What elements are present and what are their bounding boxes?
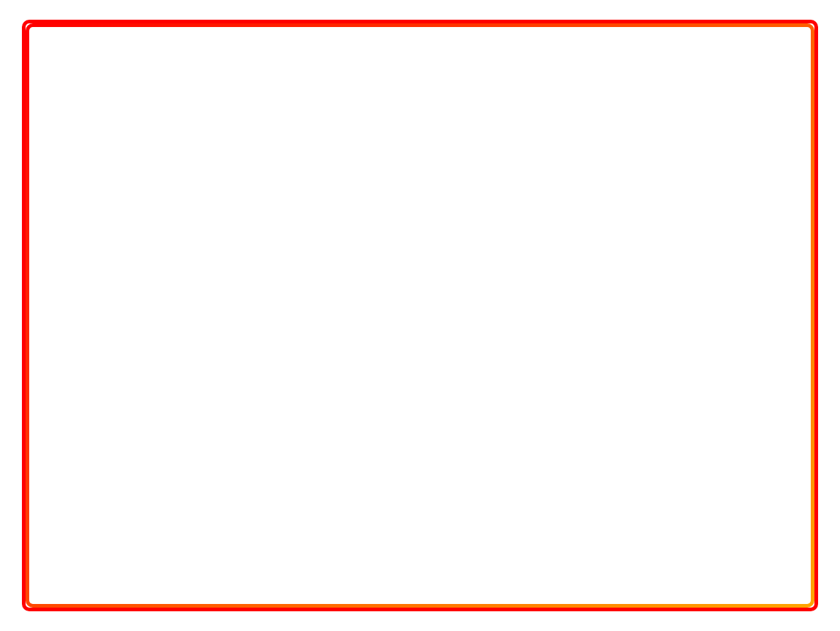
code-block: if a>0 and a<10 or a==100: print(a)	[169, 227, 510, 311]
priority-item-1: 1) отношения (<, >, <=, >=, ==, !=)	[150, 359, 778, 392]
example-row: Пример: if a>0 and a<10 or a==100: print…	[62, 227, 778, 311]
keyword-line-and: and - «и»	[62, 110, 778, 145]
keyword-not-desc: - «не»	[408, 183, 472, 207]
example-label: Пример:	[62, 257, 148, 280]
priority-item-3: 3) and	[150, 425, 778, 459]
prio-or-kw: or	[172, 463, 191, 485]
code-a3: a==100:	[408, 242, 488, 264]
keyword-not: not	[368, 183, 402, 207]
prio-text-1: отношения (<, >, <=, >=, ==, !=)	[172, 364, 453, 386]
keyword-and-desc: - «и»	[417, 115, 468, 139]
priority-title: Приоритет:	[150, 332, 778, 354]
code-line1: if a>0 and a<10 or a==100:	[191, 242, 488, 264]
code-args: (a)	[278, 272, 312, 294]
prio-num-3: 3)	[150, 430, 172, 452]
prio-num-2: 2)	[150, 397, 172, 418]
prio-num-4: 4)	[150, 463, 172, 485]
prio-not-kw: not	[172, 397, 201, 418]
code-print: print	[221, 272, 278, 294]
keyword-line-or: or - «или»	[62, 145, 778, 179]
page-title: Сложные условия	[62, 73, 778, 104]
code-a2: a<10	[317, 242, 374, 264]
keyword-or-desc: - «или»	[394, 149, 473, 173]
priority-block: Приоритет: 1) отношения (<, >, <=, >=, =…	[150, 332, 778, 492]
priority-item-4: 4) or	[150, 458, 778, 492]
code-and-kw: and	[271, 242, 316, 264]
code-line2: print(a)	[191, 269, 488, 299]
prio-num-1: 1)	[150, 364, 172, 386]
notebook-label: Запись в тетрадь!	[62, 45, 778, 64]
code-or-kw: or	[374, 242, 408, 264]
main-card: Запись в тетрадь! Сложные условия and - …	[22, 20, 818, 611]
priority-item-2: 2) not	[150, 391, 778, 425]
code-a1: a>0	[226, 242, 271, 264]
code-if: if	[191, 242, 226, 264]
priority-list: 1) отношения (<, >, <=, >=, ==, !=) 2) n…	[150, 359, 778, 492]
keywords-block: and - «и» or - «или» not - «не»	[62, 110, 778, 213]
keyword-or: or	[367, 149, 389, 173]
prio-and-kw: and	[172, 430, 205, 452]
keyword-and: and	[372, 115, 411, 139]
keyword-line-not: not - «не»	[62, 178, 778, 213]
